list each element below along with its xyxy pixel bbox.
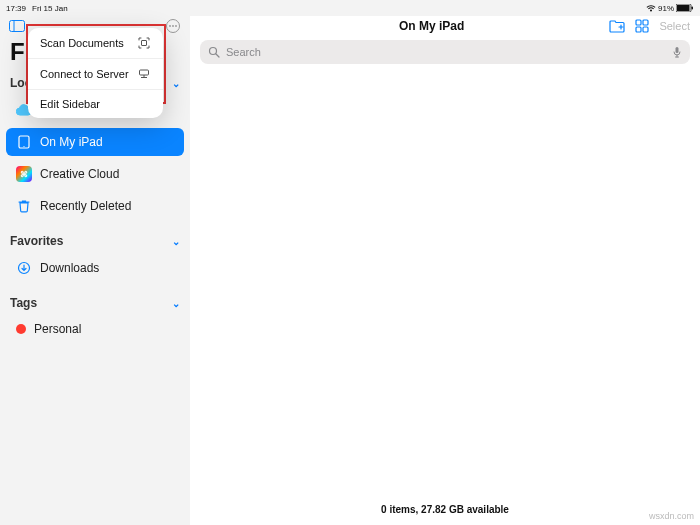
sidebar-item-label: On My iPad — [40, 135, 103, 149]
file-grid-empty — [190, 72, 700, 498]
section-tags[interactable]: Tags ⌄ — [0, 292, 190, 314]
svg-point-6 — [169, 25, 171, 27]
sidebar-item-label: Personal — [34, 322, 81, 336]
status-time: 17:39 — [6, 4, 26, 13]
svg-point-8 — [175, 25, 177, 27]
sidebar-item-label: Downloads — [40, 261, 99, 275]
status-date: Fri 15 Jan — [32, 4, 68, 13]
more-menu-popup: Scan Documents Connect to Server Edit Si… — [28, 28, 163, 118]
sidebar-item-creativecloud[interactable]: ⌘ Creative Cloud — [6, 160, 184, 188]
battery-icon — [676, 4, 694, 12]
ipad-icon — [16, 134, 32, 150]
svg-rect-13 — [643, 20, 648, 25]
watermark: wsxdn.com — [649, 511, 694, 521]
page-title: On My iPad — [399, 19, 464, 33]
svg-rect-18 — [676, 47, 679, 53]
trash-icon — [16, 198, 32, 214]
svg-rect-15 — [643, 27, 648, 32]
svg-rect-19 — [142, 41, 147, 46]
svg-rect-12 — [636, 20, 641, 25]
tag-dot-icon — [16, 324, 26, 334]
chevron-down-icon: ⌄ — [172, 78, 180, 89]
svg-rect-1 — [677, 5, 690, 11]
section-favorites[interactable]: Favorites ⌄ — [0, 230, 190, 252]
wifi-icon — [646, 4, 656, 12]
view-grid-icon[interactable] — [635, 19, 649, 33]
select-button[interactable]: Select — [659, 20, 690, 32]
scan-icon — [137, 36, 151, 50]
sidebar-item-tag-personal[interactable]: Personal — [6, 316, 184, 342]
storage-footer: 0 items, 27.82 GB available — [190, 498, 700, 525]
creativecloud-icon: ⌘ — [16, 166, 32, 182]
svg-rect-14 — [636, 27, 641, 32]
chevron-down-icon: ⌄ — [172, 298, 180, 309]
status-battery-pct: 91% — [658, 4, 674, 13]
menu-connect-server[interactable]: Connect to Server — [28, 59, 163, 90]
server-icon — [137, 67, 151, 81]
svg-point-7 — [172, 25, 174, 27]
status-bar: 17:39 Fri 15 Jan 91% — [0, 0, 700, 16]
menu-scan-documents[interactable]: Scan Documents — [28, 28, 163, 59]
sidebar-item-downloads[interactable]: Downloads — [6, 254, 184, 282]
mic-icon[interactable] — [672, 46, 682, 58]
sidebar-item-label: Creative Cloud — [40, 167, 119, 181]
svg-point-16 — [210, 48, 217, 55]
chevron-down-icon: ⌄ — [172, 236, 180, 247]
menu-label: Connect to Server — [40, 68, 129, 80]
sidebar-item-onmyipad[interactable]: On My iPad — [6, 128, 184, 156]
new-folder-icon[interactable] — [609, 19, 625, 33]
section-tags-label: Tags — [10, 296, 37, 310]
menu-edit-sidebar[interactable]: Edit Sidebar — [28, 90, 163, 118]
search-input[interactable]: Search — [200, 40, 690, 64]
sidebar-item-recentlydeleted[interactable]: Recently Deleted — [6, 192, 184, 220]
more-menu-icon[interactable] — [164, 17, 182, 35]
search-placeholder: Search — [226, 46, 261, 58]
search-icon — [208, 46, 220, 58]
svg-line-17 — [216, 54, 219, 57]
svg-rect-2 — [692, 7, 694, 10]
section-favorites-label: Favorites — [10, 234, 63, 248]
sidebar-item-label: Recently Deleted — [40, 199, 131, 213]
downloads-icon — [16, 260, 32, 276]
menu-label: Scan Documents — [40, 37, 124, 49]
sidebar-toggle-icon[interactable] — [8, 17, 26, 35]
content-area: On My iPad Select Search — [190, 16, 700, 525]
svg-rect-20 — [140, 70, 149, 75]
svg-rect-3 — [10, 21, 25, 32]
svg-point-10 — [23, 146, 24, 147]
menu-label: Edit Sidebar — [40, 98, 100, 110]
